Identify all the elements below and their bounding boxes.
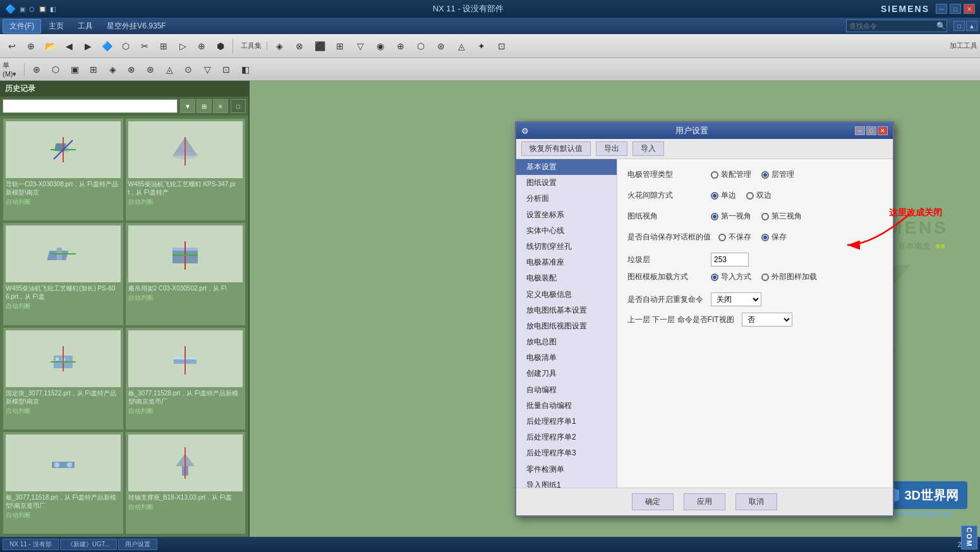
file-item[interactable]: 板_3077,11518.prt，从 F\盖特产品新模型\南京造币厂 自动判断 [3,431,124,534]
file-item[interactable]: 板_3077,11528.prt，从 F\盖特产品新模型\南京造币厂 自动判断 [125,327,246,430]
view-btn2[interactable]: ▲ [966,21,977,31]
tb2-btn4[interactable]: ▣ [65,60,84,79]
tree-item-base[interactable]: 电极基准座 [516,255,617,270]
radio-import-mode[interactable]: 导入方式 [711,272,751,282]
tb-btn-r5[interactable]: ▽ [351,37,370,56]
radio-assembly-management[interactable]: 装配管理 [711,169,751,180]
tree-item-assembly[interactable]: 电极装配 [516,270,617,286]
export-btn[interactable]: 导出 [596,141,627,156]
radio-save[interactable]: 保存 [761,232,787,243]
tree-item-drawing[interactable]: 图纸设置 [516,175,617,191]
tree-item-wirecut[interactable]: 线切割穿丝孔 [516,239,617,255]
tb-btn-cut[interactable]: ✂ [135,37,154,56]
menu-home[interactable]: 主页 [42,20,70,33]
sidebar-maximize-btn[interactable]: □ [231,99,246,113]
tb-btn-copy[interactable]: ⊞ [154,37,173,56]
tb-btn-r1[interactable]: ◈ [270,37,289,56]
tb-btn-r10[interactable]: ◬ [452,37,471,56]
radio-layer-management[interactable]: 层管理 [761,169,794,180]
tree-item-analysis[interactable]: 分析面 [516,191,617,207]
tb2-btn8[interactable]: ⊛ [141,60,160,79]
radio-single-edge[interactable]: 单边 [711,190,736,201]
tb-btn-mesh[interactable]: ⬢ [211,37,230,56]
tree-item-post3[interactable]: 后处理程序单3 [516,445,617,461]
taskbar-item-settings[interactable]: 用户设置 [118,539,157,550]
tb-btn-r3[interactable]: ⬛ [310,37,329,56]
tree-item-electrode-list[interactable]: 电极清单 [516,350,617,366]
search-input[interactable] [849,22,936,30]
dialog-close-btn[interactable]: ✕ [878,126,888,135]
tree-item-centerline[interactable]: 实体中心线 [516,223,617,239]
sidebar-dropdown-btn[interactable]: ▼ [180,99,195,113]
sidebar-list-btn[interactable]: ≡ [213,99,228,113]
taskbar-item-new[interactable]: 《新建》UGT... [60,539,117,550]
tree-item-edm-view[interactable]: 放电图纸视图设置 [516,318,617,334]
tree-item-inspection[interactable]: 零件检测单 [516,462,617,477]
sidebar-grid-btn[interactable]: ⊞ [197,99,212,113]
minimize-button[interactable]: ─ [936,4,947,14]
tb-btn-r9[interactable]: ⊛ [432,37,451,56]
file-item[interactable]: W485柴油机飞轮工艺螺钉 KPS-347.prt，从 F\盖特产 自动判断 [125,118,246,221]
tree-item-basic[interactable]: 基本设置 [516,159,617,175]
close-button[interactable]: ✕ [964,4,975,14]
file-item[interactable]: 固定块_3077,11522.prt，从 F\盖特产品新模型\南京 自动判断 [3,327,124,430]
tb2-btn7[interactable]: ⊗ [122,60,141,79]
ok-button[interactable]: 确定 [632,493,674,510]
tb-btn-r8[interactable]: ⬡ [411,37,430,56]
layer-cmd-select[interactable]: 否 是 [742,313,792,327]
dialog-minimize-btn[interactable]: ─ [855,126,865,135]
tb-btn-r2[interactable]: ⊗ [290,37,309,56]
tree-item-define[interactable]: 定义电极信息 [516,287,617,303]
cancel-button[interactable]: 取消 [735,493,777,510]
view-btn1[interactable]: □ [953,21,965,31]
tb-btn-redo[interactable]: ⊕ [21,37,40,56]
tb2-btn5[interactable]: ⊞ [84,60,103,79]
import-btn[interactable]: 导入 [632,141,664,156]
radio-double-edge[interactable]: 双边 [746,190,771,201]
radio-no-save[interactable]: 不保存 [718,232,751,243]
tree-item-edm-total[interactable]: 放电总图 [516,334,617,350]
tb2-btn11[interactable]: ▽ [198,60,217,79]
tb-btn-select[interactable]: ▷ [173,37,192,56]
tb-btn-3d[interactable]: 🔷 [97,37,116,56]
tb2-btn1[interactable]: 单(M)▾ [3,60,21,79]
radio-external-mode[interactable]: 外部图样加载 [761,272,817,282]
tree-item-edm-basic[interactable]: 放电图纸基本设置 [516,303,617,318]
tb-btn-r11[interactable]: ✦ [472,37,491,56]
tb-btn-r7[interactable]: ⊕ [391,37,410,56]
tree-item-auto-prog[interactable]: 自动编程 [516,382,617,398]
tb2-btn9[interactable]: ◬ [160,60,179,79]
auto-repeat-select[interactable]: 关闭 开启 [711,292,761,306]
tb2-btn3[interactable]: ⬡ [46,60,65,79]
tb-btn-fwd[interactable]: ▶ [78,37,97,56]
tree-item-post1[interactable]: 后处理程序单1 [516,414,617,429]
tb-btn-r4[interactable]: ⊞ [330,37,349,56]
restore-defaults-btn[interactable]: 恢复所有默认值 [521,141,591,156]
tb2-btn6[interactable]: ◈ [103,60,122,79]
tb2-btn13[interactable]: ◧ [236,60,255,79]
waste-layer-input[interactable] [711,253,749,267]
file-item[interactable]: 转轴支撑座_B18-X13,03.prt，从 F\盖 自动判断 [125,431,246,534]
tree-item-coord[interactable]: 设置坐标系 [516,207,617,223]
apply-button[interactable]: 应用 [684,493,725,510]
sidebar-search-input[interactable] [3,99,178,113]
tb2-btn10[interactable]: ⊙ [179,60,198,79]
tb-btn-r12[interactable]: ⊡ [492,37,511,56]
dialog-restore-btn[interactable]: □ [866,126,876,135]
radio-third-angle[interactable]: 第三视角 [761,211,802,222]
taskbar-item-nx[interactable]: NX 11 - 没有部 [3,539,59,550]
tb-btn-view[interactable]: ⬡ [116,37,135,56]
file-item[interactable]: 庵吊用架2 C03-X030502.prt，从 F\ 自动判断 [125,222,246,325]
tb-btn-undo[interactable]: ↩ [3,37,21,56]
tree-item-create-tool[interactable]: 创建刀具 [516,366,617,381]
tb2-btn2[interactable]: ⊕ [27,60,46,79]
tree-item-import1[interactable]: 导入图纸1 [516,477,617,488]
tb-btn-back[interactable]: ◀ [59,37,78,56]
tb-btn-axis[interactable]: ⊕ [192,37,211,56]
tb2-btn12[interactable]: ⊡ [217,60,236,79]
maximize-button[interactable]: □ [950,4,961,14]
menu-tools[interactable]: 工具 [71,20,99,33]
tree-item-post2[interactable]: 后处理程序单2 [516,429,617,445]
tree-item-batch-prog[interactable]: 批量自动编程 [516,398,617,414]
tb-btn-r6[interactable]: ◉ [371,37,390,56]
